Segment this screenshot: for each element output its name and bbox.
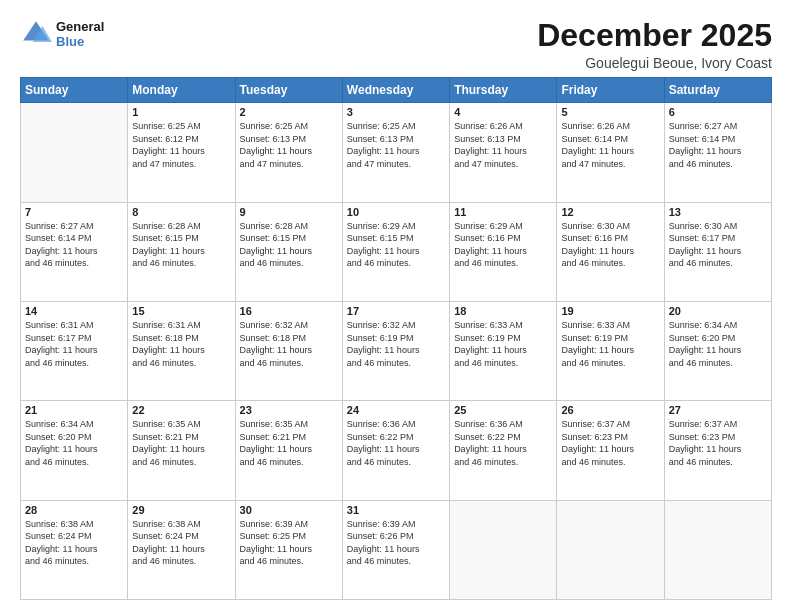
calendar-cell	[557, 500, 664, 599]
calendar-cell: 12Sunrise: 6:30 AM Sunset: 6:16 PM Dayli…	[557, 202, 664, 301]
calendar-cell: 14Sunrise: 6:31 AM Sunset: 6:17 PM Dayli…	[21, 301, 128, 400]
day-info: Sunrise: 6:39 AM Sunset: 6:26 PM Dayligh…	[347, 518, 445, 568]
calendar-cell: 17Sunrise: 6:32 AM Sunset: 6:19 PM Dayli…	[342, 301, 449, 400]
day-number: 1	[132, 106, 230, 118]
day-number: 9	[240, 206, 338, 218]
calendar-cell: 1Sunrise: 6:25 AM Sunset: 6:12 PM Daylig…	[128, 103, 235, 202]
main-title: December 2025	[537, 18, 772, 53]
day-info: Sunrise: 6:30 AM Sunset: 6:17 PM Dayligh…	[669, 220, 767, 270]
day-number: 7	[25, 206, 123, 218]
calendar-cell: 24Sunrise: 6:36 AM Sunset: 6:22 PM Dayli…	[342, 401, 449, 500]
day-info: Sunrise: 6:38 AM Sunset: 6:24 PM Dayligh…	[25, 518, 123, 568]
day-info: Sunrise: 6:36 AM Sunset: 6:22 PM Dayligh…	[347, 418, 445, 468]
col-friday: Friday	[557, 78, 664, 103]
header: General Blue December 2025 Gouelegui Beo…	[20, 18, 772, 71]
calendar-header-row: Sunday Monday Tuesday Wednesday Thursday…	[21, 78, 772, 103]
day-info: Sunrise: 6:27 AM Sunset: 6:14 PM Dayligh…	[669, 120, 767, 170]
page: General Blue December 2025 Gouelegui Beo…	[0, 0, 792, 612]
day-number: 22	[132, 404, 230, 416]
day-info: Sunrise: 6:33 AM Sunset: 6:19 PM Dayligh…	[561, 319, 659, 369]
col-thursday: Thursday	[450, 78, 557, 103]
day-number: 20	[669, 305, 767, 317]
day-info: Sunrise: 6:31 AM Sunset: 6:17 PM Dayligh…	[25, 319, 123, 369]
col-wednesday: Wednesday	[342, 78, 449, 103]
day-number: 10	[347, 206, 445, 218]
day-number: 21	[25, 404, 123, 416]
week-row-3: 14Sunrise: 6:31 AM Sunset: 6:17 PM Dayli…	[21, 301, 772, 400]
day-info: Sunrise: 6:28 AM Sunset: 6:15 PM Dayligh…	[240, 220, 338, 270]
calendar-cell: 3Sunrise: 6:25 AM Sunset: 6:13 PM Daylig…	[342, 103, 449, 202]
calendar-cell: 9Sunrise: 6:28 AM Sunset: 6:15 PM Daylig…	[235, 202, 342, 301]
day-info: Sunrise: 6:26 AM Sunset: 6:14 PM Dayligh…	[561, 120, 659, 170]
col-tuesday: Tuesday	[235, 78, 342, 103]
calendar-cell: 27Sunrise: 6:37 AM Sunset: 6:23 PM Dayli…	[664, 401, 771, 500]
col-sunday: Sunday	[21, 78, 128, 103]
day-number: 2	[240, 106, 338, 118]
calendar-cell: 20Sunrise: 6:34 AM Sunset: 6:20 PM Dayli…	[664, 301, 771, 400]
calendar-cell	[664, 500, 771, 599]
calendar-cell: 26Sunrise: 6:37 AM Sunset: 6:23 PM Dayli…	[557, 401, 664, 500]
day-number: 5	[561, 106, 659, 118]
day-number: 13	[669, 206, 767, 218]
subtitle: Gouelegui Beoue, Ivory Coast	[537, 55, 772, 71]
day-info: Sunrise: 6:37 AM Sunset: 6:23 PM Dayligh…	[561, 418, 659, 468]
calendar-cell	[21, 103, 128, 202]
day-info: Sunrise: 6:25 AM Sunset: 6:12 PM Dayligh…	[132, 120, 230, 170]
day-info: Sunrise: 6:38 AM Sunset: 6:24 PM Dayligh…	[132, 518, 230, 568]
calendar-cell: 4Sunrise: 6:26 AM Sunset: 6:13 PM Daylig…	[450, 103, 557, 202]
day-info: Sunrise: 6:28 AM Sunset: 6:15 PM Dayligh…	[132, 220, 230, 270]
day-info: Sunrise: 6:25 AM Sunset: 6:13 PM Dayligh…	[240, 120, 338, 170]
day-number: 15	[132, 305, 230, 317]
day-number: 11	[454, 206, 552, 218]
day-number: 17	[347, 305, 445, 317]
week-row-2: 7Sunrise: 6:27 AM Sunset: 6:14 PM Daylig…	[21, 202, 772, 301]
calendar-cell: 16Sunrise: 6:32 AM Sunset: 6:18 PM Dayli…	[235, 301, 342, 400]
day-number: 28	[25, 504, 123, 516]
day-info: Sunrise: 6:25 AM Sunset: 6:13 PM Dayligh…	[347, 120, 445, 170]
week-row-4: 21Sunrise: 6:34 AM Sunset: 6:20 PM Dayli…	[21, 401, 772, 500]
day-number: 25	[454, 404, 552, 416]
title-block: December 2025 Gouelegui Beoue, Ivory Coa…	[537, 18, 772, 71]
day-info: Sunrise: 6:34 AM Sunset: 6:20 PM Dayligh…	[669, 319, 767, 369]
day-number: 14	[25, 305, 123, 317]
day-number: 31	[347, 504, 445, 516]
calendar-cell: 6Sunrise: 6:27 AM Sunset: 6:14 PM Daylig…	[664, 103, 771, 202]
day-info: Sunrise: 6:33 AM Sunset: 6:19 PM Dayligh…	[454, 319, 552, 369]
day-info: Sunrise: 6:35 AM Sunset: 6:21 PM Dayligh…	[240, 418, 338, 468]
day-info: Sunrise: 6:27 AM Sunset: 6:14 PM Dayligh…	[25, 220, 123, 270]
calendar-cell: 8Sunrise: 6:28 AM Sunset: 6:15 PM Daylig…	[128, 202, 235, 301]
day-number: 3	[347, 106, 445, 118]
calendar-cell: 22Sunrise: 6:35 AM Sunset: 6:21 PM Dayli…	[128, 401, 235, 500]
calendar-cell: 10Sunrise: 6:29 AM Sunset: 6:15 PM Dayli…	[342, 202, 449, 301]
day-number: 27	[669, 404, 767, 416]
day-info: Sunrise: 6:29 AM Sunset: 6:15 PM Dayligh…	[347, 220, 445, 270]
day-number: 6	[669, 106, 767, 118]
day-number: 30	[240, 504, 338, 516]
calendar-cell: 23Sunrise: 6:35 AM Sunset: 6:21 PM Dayli…	[235, 401, 342, 500]
day-number: 24	[347, 404, 445, 416]
calendar-cell: 15Sunrise: 6:31 AM Sunset: 6:18 PM Dayli…	[128, 301, 235, 400]
calendar-table: Sunday Monday Tuesday Wednesday Thursday…	[20, 77, 772, 600]
day-info: Sunrise: 6:35 AM Sunset: 6:21 PM Dayligh…	[132, 418, 230, 468]
day-info: Sunrise: 6:30 AM Sunset: 6:16 PM Dayligh…	[561, 220, 659, 270]
day-info: Sunrise: 6:32 AM Sunset: 6:19 PM Dayligh…	[347, 319, 445, 369]
day-number: 16	[240, 305, 338, 317]
calendar-cell: 7Sunrise: 6:27 AM Sunset: 6:14 PM Daylig…	[21, 202, 128, 301]
day-info: Sunrise: 6:31 AM Sunset: 6:18 PM Dayligh…	[132, 319, 230, 369]
logo-text: General Blue	[56, 19, 104, 49]
calendar-cell: 5Sunrise: 6:26 AM Sunset: 6:14 PM Daylig…	[557, 103, 664, 202]
calendar-cell: 25Sunrise: 6:36 AM Sunset: 6:22 PM Dayli…	[450, 401, 557, 500]
calendar-cell	[450, 500, 557, 599]
calendar-cell: 28Sunrise: 6:38 AM Sunset: 6:24 PM Dayli…	[21, 500, 128, 599]
logo: General Blue	[20, 18, 104, 50]
day-info: Sunrise: 6:32 AM Sunset: 6:18 PM Dayligh…	[240, 319, 338, 369]
calendar-cell: 21Sunrise: 6:34 AM Sunset: 6:20 PM Dayli…	[21, 401, 128, 500]
logo-icon	[20, 18, 52, 50]
calendar-cell: 30Sunrise: 6:39 AM Sunset: 6:25 PM Dayli…	[235, 500, 342, 599]
week-row-1: 1Sunrise: 6:25 AM Sunset: 6:12 PM Daylig…	[21, 103, 772, 202]
week-row-5: 28Sunrise: 6:38 AM Sunset: 6:24 PM Dayli…	[21, 500, 772, 599]
day-info: Sunrise: 6:29 AM Sunset: 6:16 PM Dayligh…	[454, 220, 552, 270]
calendar-cell: 18Sunrise: 6:33 AM Sunset: 6:19 PM Dayli…	[450, 301, 557, 400]
day-info: Sunrise: 6:34 AM Sunset: 6:20 PM Dayligh…	[25, 418, 123, 468]
day-number: 4	[454, 106, 552, 118]
